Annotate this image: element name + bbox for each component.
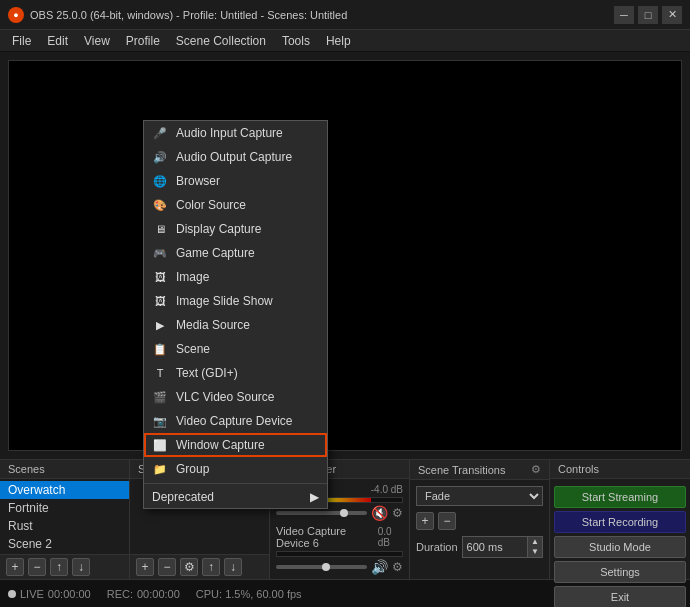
ctx-item-label-9: Scene: [176, 342, 210, 356]
preview-canvas: [8, 60, 682, 451]
ctx-item-12[interactable]: 📷Video Capture Device: [144, 409, 327, 433]
ctx-item-icon-1: 🔊: [152, 149, 168, 165]
live-time: 00:00:00: [48, 588, 91, 600]
audio-track-2: Video Capture Device 6 0.0 dB 🔊 ⚙: [270, 523, 409, 577]
menu-item-edit[interactable]: Edit: [39, 32, 76, 50]
cpu-status: CPU: 1.5%, 60.00 fps: [196, 588, 302, 600]
mute-icon-2[interactable]: 🔊: [371, 559, 388, 575]
live-label: LIVE: [20, 588, 44, 600]
ctx-item-label-11: VLC Video Source: [176, 390, 275, 404]
audio-track-2-db: 0.0 dB: [378, 526, 403, 548]
add-scene-button[interactable]: +: [6, 558, 24, 576]
mute-icon-1[interactable]: 🔇: [371, 505, 388, 521]
studio-mode-button[interactable]: Studio Mode: [554, 536, 686, 558]
move-scene-up-button[interactable]: ↑: [50, 558, 68, 576]
scene-item-1[interactable]: Fortnite: [0, 499, 129, 517]
menu-item-scene-collection[interactable]: Scene Collection: [168, 32, 274, 50]
rec-time: 00:00:00: [137, 588, 180, 600]
ctx-item-7[interactable]: 🖼Image Slide Show: [144, 289, 327, 313]
duration-label: Duration: [416, 541, 458, 553]
menu-item-file[interactable]: File: [4, 32, 39, 50]
transition-type-select[interactable]: Fade: [416, 486, 543, 506]
cpu-info: CPU: 1.5%, 60.00 fps: [196, 588, 302, 600]
scene-transitions-panel: Scene Transitions ⚙ Fade + − Duration 60…: [410, 460, 550, 579]
settings-icon-2[interactable]: ⚙: [392, 560, 403, 574]
duration-down-button[interactable]: ▼: [528, 547, 542, 557]
remove-transition-button[interactable]: −: [438, 512, 456, 530]
deprecated-label: Deprecated: [152, 490, 214, 504]
ctx-item-label-4: Display Capture: [176, 222, 261, 236]
ctx-item-1[interactable]: 🔊Audio Output Capture: [144, 145, 327, 169]
close-button[interactable]: ✕: [662, 6, 682, 24]
ctx-item-label-10: Text (GDI+): [176, 366, 238, 380]
window-controls: ─ □ ✕: [614, 6, 682, 24]
ctx-item-3[interactable]: 🎨Color Source: [144, 193, 327, 217]
deprecated-arrow-icon: ▶: [310, 490, 319, 504]
ctx-item-label-12: Video Capture Device: [176, 414, 293, 428]
controls-header: Controls: [550, 460, 690, 479]
transitions-header: Scene Transitions ⚙: [410, 460, 549, 480]
remove-scene-button[interactable]: −: [28, 558, 46, 576]
move-source-up-button[interactable]: ↑: [202, 558, 220, 576]
source-settings-button[interactable]: ⚙: [180, 558, 198, 576]
controls-panel: Controls Start Streaming Start Recording…: [550, 460, 690, 579]
move-scene-down-button[interactable]: ↓: [72, 558, 90, 576]
app-icon: ●: [8, 7, 24, 23]
ctx-item-icon-4: 🖥: [152, 221, 168, 237]
start-recording-button[interactable]: Start Recording: [554, 511, 686, 533]
ctx-item-10[interactable]: TText (GDI+): [144, 361, 327, 385]
settings-icon-1[interactable]: ⚙: [392, 506, 403, 520]
ctx-item-icon-12: 📷: [152, 413, 168, 429]
ctx-item-label-7: Image Slide Show: [176, 294, 273, 308]
add-transition-button[interactable]: +: [416, 512, 434, 530]
ctx-item-label-3: Color Source: [176, 198, 246, 212]
transitions-settings-icon[interactable]: ⚙: [531, 463, 541, 476]
ctx-item-2[interactable]: 🌐Browser: [144, 169, 327, 193]
context-menu: 🎤Audio Input Capture🔊Audio Output Captur…: [143, 120, 328, 509]
rec-label: REC:: [107, 588, 133, 600]
ctx-item-label-0: Audio Input Capture: [176, 126, 283, 140]
menu-item-view[interactable]: View: [76, 32, 118, 50]
ctx-item-icon-0: 🎤: [152, 125, 168, 141]
main-area: 🎤Audio Input Capture🔊Audio Output Captur…: [0, 52, 690, 459]
move-source-down-button[interactable]: ↓: [224, 558, 242, 576]
start-streaming-button[interactable]: Start Streaming: [554, 486, 686, 508]
ctx-item-0[interactable]: 🎤Audio Input Capture: [144, 121, 327, 145]
maximize-button[interactable]: □: [638, 6, 658, 24]
scene-item-0[interactable]: Overwatch: [0, 481, 129, 499]
duration-up-button[interactable]: ▲: [528, 537, 542, 547]
ctx-deprecated-submenu[interactable]: Deprecated▶: [144, 486, 327, 508]
exit-button[interactable]: Exit: [554, 586, 686, 607]
ctx-item-icon-5: 🎮: [152, 245, 168, 261]
add-source-button[interactable]: +: [136, 558, 154, 576]
ctx-item-11[interactable]: 🎬VLC Video Source: [144, 385, 327, 409]
menu-item-help[interactable]: Help: [318, 32, 359, 50]
menu-item-profile[interactable]: Profile: [118, 32, 168, 50]
ctx-item-label-14: Group: [176, 462, 209, 476]
title-bar: ● OBS 25.0.0 (64-bit, windows) - Profile…: [0, 0, 690, 30]
ctx-item-icon-6: 🖼: [152, 269, 168, 285]
menu-item-tools[interactable]: Tools: [274, 32, 318, 50]
menu-bar: FileEditViewProfileScene CollectionTools…: [0, 30, 690, 52]
ctx-item-icon-3: 🎨: [152, 197, 168, 213]
audio-track-2-name: Video Capture Device 6: [276, 525, 378, 549]
ctx-item-8[interactable]: ▶Media Source: [144, 313, 327, 337]
scene-item-3[interactable]: Scene 2: [0, 535, 129, 553]
ctx-item-label-8: Media Source: [176, 318, 250, 332]
remove-source-button[interactable]: −: [158, 558, 176, 576]
scene-item-2[interactable]: Rust: [0, 517, 129, 535]
ctx-item-13[interactable]: ⬜Window Capture: [144, 433, 327, 457]
minimize-button[interactable]: ─: [614, 6, 634, 24]
ctx-item-icon-7: 🖼: [152, 293, 168, 309]
ctx-item-5[interactable]: 🎮Game Capture: [144, 241, 327, 265]
ctx-item-label-1: Audio Output Capture: [176, 150, 292, 164]
settings-button[interactable]: Settings: [554, 561, 686, 583]
ctx-item-9[interactable]: 📋Scene: [144, 337, 327, 361]
ctx-item-icon-10: T: [152, 365, 168, 381]
ctx-item-label-13: Window Capture: [176, 438, 265, 452]
ctx-item-label-5: Game Capture: [176, 246, 255, 260]
duration-value: 600 ms: [463, 539, 528, 555]
ctx-item-6[interactable]: 🖼Image: [144, 265, 327, 289]
ctx-item-14[interactable]: 📁Group: [144, 457, 327, 481]
ctx-item-4[interactable]: 🖥Display Capture: [144, 217, 327, 241]
